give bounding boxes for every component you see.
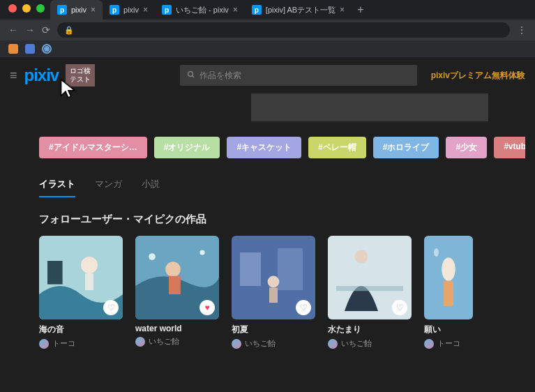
avatar <box>39 339 49 349</box>
artwork-title: 水たまり <box>328 324 412 336</box>
artwork-card[interactable]: ♡ 水たまり いちご飴 <box>328 236 412 349</box>
address-bar[interactable]: 🔒 <box>57 22 510 38</box>
artwork-card[interactable]: ♡ 海の音 トーコ <box>39 236 123 349</box>
avatar <box>135 337 145 347</box>
site-header: ≡ pixiv ロゴ横 テスト 作品を検索 pixivプレミアム無料体験 <box>10 57 525 91</box>
tag-row: #アイドルマスターシ… #オリジナル #キャスケット #ベレー帽 #ホロライブ … <box>10 121 525 165</box>
window-minimize-button[interactable] <box>22 4 31 13</box>
browser-tab[interactable]: p pixiv × <box>50 0 103 20</box>
tabstrip: p pixiv × p pixiv × p いちご飴 - pixiv × p [… <box>0 0 535 20</box>
svg-rect-18 <box>336 286 403 291</box>
tab-novel[interactable]: 小説 <box>142 178 160 197</box>
user-name: いちご飴 <box>341 338 372 349</box>
page-content: ≡ pixiv ロゴ横 テスト 作品を検索 pixivプレミアム無料体験 #アイ… <box>0 57 535 392</box>
svg-rect-5 <box>47 261 63 285</box>
close-icon[interactable]: × <box>233 5 238 15</box>
tab-manga[interactable]: マンガ <box>95 178 122 197</box>
artwork-user[interactable]: いちご飴 <box>328 338 412 349</box>
premium-link[interactable]: pixivプレミアム無料体験 <box>431 70 525 82</box>
back-icon[interactable]: ← <box>8 24 18 36</box>
close-icon[interactable]: × <box>340 5 345 15</box>
browser-chrome: p pixiv × p pixiv × p いちご飴 - pixiv × p [… <box>0 0 535 57</box>
search-placeholder: 作品を検索 <box>199 70 241 82</box>
svg-rect-8 <box>169 276 181 294</box>
avatar <box>424 339 434 349</box>
tag-pill[interactable]: #ホロライブ <box>373 137 439 158</box>
tag-pill[interactable]: #オリジナル <box>154 137 220 158</box>
svg-line-1 <box>192 75 194 77</box>
artwork-card[interactable]: ♥ water world いちご飴 <box>135 236 219 349</box>
bookmark-item[interactable] <box>8 44 18 54</box>
artwork-card[interactable]: ♡ 初夏 いちご飴 <box>232 236 315 349</box>
window-controls <box>0 0 53 17</box>
pixiv-favicon: p <box>162 5 172 15</box>
artwork-title: 海の音 <box>39 324 123 336</box>
browser-tab[interactable]: p pixiv × <box>103 0 155 20</box>
artwork-card[interactable]: 願い トーコ <box>424 236 473 349</box>
close-icon[interactable]: × <box>143 5 148 15</box>
tab-label: pixiv <box>71 6 86 14</box>
artwork-thumb[interactable]: ♥ <box>135 236 219 319</box>
new-tab-button[interactable]: + <box>352 3 369 16</box>
ad-placeholder <box>251 93 488 121</box>
bookmark-item[interactable] <box>25 44 35 54</box>
heart-icon[interactable]: ♡ <box>296 300 311 315</box>
tag-pill[interactable]: #ベレー帽 <box>308 137 366 158</box>
artwork-thumb[interactable]: ♡ <box>328 236 412 319</box>
avatar <box>328 339 338 349</box>
browser-tab[interactable]: p [pixiv] ABテスト一覧 × <box>245 0 352 20</box>
bookmark-item[interactable] <box>42 44 52 54</box>
heart-icon[interactable]: ♡ <box>392 300 407 315</box>
pixiv-favicon: p <box>110 5 119 15</box>
tag-pill[interactable]: #キャスケット <box>227 137 301 158</box>
site-logo[interactable]: pixiv <box>24 66 59 85</box>
artwork-user[interactable]: いちご飴 <box>135 336 219 347</box>
user-name: トーコ <box>437 338 460 349</box>
artwork-title: 願い <box>424 324 473 336</box>
lock-icon: 🔒 <box>64 26 74 35</box>
artwork-thumb[interactable] <box>424 236 473 319</box>
pixiv-favicon: p <box>252 5 262 15</box>
svg-rect-15 <box>269 287 278 303</box>
avatar <box>232 339 241 349</box>
logo-test-line: テスト <box>70 75 91 84</box>
window-maximize-button[interactable] <box>36 4 45 13</box>
search-input[interactable]: 作品を検索 <box>180 65 417 86</box>
svg-point-3 <box>81 257 98 273</box>
tag-pill[interactable]: #少女 <box>446 137 487 158</box>
svg-point-14 <box>268 276 280 288</box>
user-name: トーコ <box>52 338 75 349</box>
artwork-thumb[interactable]: ♡ <box>232 236 315 319</box>
svg-point-20 <box>442 257 455 281</box>
browser-menu-icon[interactable]: ⋮ <box>517 24 527 36</box>
content-tabs: イラスト マンガ 小説 <box>10 165 525 197</box>
artwork-user[interactable]: トーコ <box>424 338 473 349</box>
svg-point-7 <box>165 262 181 277</box>
artwork-user[interactable]: トーコ <box>39 338 123 349</box>
tab-illustration[interactable]: イラスト <box>39 178 75 197</box>
svg-point-0 <box>188 71 193 76</box>
tag-pill[interactable]: #アイドルマスターシ… <box>39 137 147 158</box>
heart-icon[interactable]: ♥ <box>199 300 215 315</box>
heart-icon[interactable]: ♡ <box>103 300 119 315</box>
artwork-user[interactable]: いちご飴 <box>232 338 315 349</box>
window-close-button[interactable] <box>8 4 17 13</box>
user-name: いちご飴 <box>245 338 276 349</box>
reload-icon[interactable]: ⟳ <box>42 24 50 36</box>
svg-rect-13 <box>278 248 303 290</box>
menu-icon[interactable]: ≡ <box>10 68 17 83</box>
svg-point-22 <box>434 248 439 257</box>
tab-label: pixiv <box>123 6 139 14</box>
pixiv-favicon: p <box>57 5 67 15</box>
bookmark-bar <box>0 40 535 57</box>
tab-label: [pixiv] ABテスト一覧 <box>266 5 336 15</box>
tag-pill[interactable]: #vtuber <box>494 137 525 158</box>
close-icon[interactable]: × <box>91 5 96 15</box>
section-title: フォローユーザー・マイピクの作品 <box>10 197 525 236</box>
forward-icon[interactable]: → <box>25 24 35 36</box>
tab-label: いちご飴 - pixiv <box>176 5 229 15</box>
browser-tab[interactable]: p いちご飴 - pixiv × <box>155 0 245 20</box>
artwork-thumb[interactable]: ♡ <box>39 236 123 319</box>
artwork-title: water world <box>135 324 219 333</box>
svg-point-10 <box>149 253 156 260</box>
